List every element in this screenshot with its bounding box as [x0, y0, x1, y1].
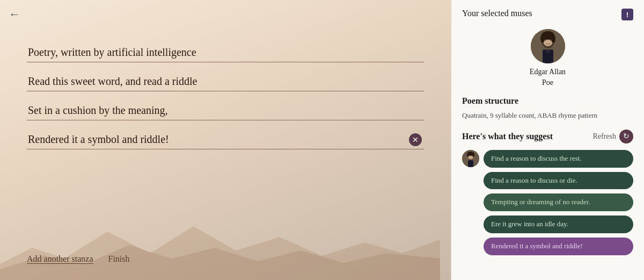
- svg-point-6: [544, 39, 546, 41]
- right-panel: Your selected muses ! Edgar: [451, 0, 644, 280]
- svg-point-5: [551, 34, 555, 43]
- poem-structure-title: Poem structure: [462, 96, 633, 106]
- poem-line-3[interactable]: [27, 101, 424, 120]
- refresh-button[interactable]: Refresh ↻: [592, 130, 633, 143]
- muse-avatar-image: [531, 29, 565, 63]
- suggestions-header: Here's what they suggest Refresh ↻: [462, 130, 633, 143]
- svg-point-12: [467, 153, 469, 157]
- poem-structure-description: Quatrain, 9 syllable count, ABAB rhyme p…: [462, 110, 633, 121]
- svg-point-13: [472, 153, 474, 157]
- svg-point-15: [471, 155, 472, 156]
- left-panel: ← ✕ Add another stanza Finish: [0, 0, 451, 280]
- suggestion-item[interactable]: Rendered it a symbol and riddle!: [484, 238, 633, 255]
- poem-line-wrapper-3: [27, 101, 424, 120]
- poem-line-4[interactable]: [27, 130, 424, 149]
- suggestion-item[interactable]: Find a reason to discuss the rest.: [484, 150, 633, 168]
- finish-button[interactable]: Finish: [108, 254, 130, 264]
- svg-point-14: [469, 155, 470, 156]
- poem-line-wrapper-2: [27, 72, 424, 91]
- svg-point-7: [550, 39, 551, 41]
- muse-avatar: [531, 29, 565, 63]
- right-header: Your selected muses !: [462, 9, 633, 20]
- poem-line-wrapper-1: [27, 43, 424, 62]
- right-panel-title: Your selected muses: [462, 9, 532, 18]
- muse-thumb: [462, 150, 479, 167]
- refresh-icon: ↻: [619, 130, 633, 143]
- suggestions-title: Here's what they suggest: [462, 132, 553, 141]
- poem-line-1[interactable]: [27, 43, 424, 62]
- suggestions-list: Find a reason to discuss the rest. Find …: [484, 150, 633, 255]
- poem-line-2[interactable]: [27, 72, 424, 91]
- muse-avatar-area: Edgar Allan Poe: [462, 29, 633, 88]
- muse-name: Edgar Allan Poe: [530, 67, 566, 88]
- poem-area: ✕: [27, 43, 424, 249]
- svg-point-4: [540, 34, 545, 43]
- suggestion-item[interactable]: Ere it grew into an idle day.: [484, 216, 633, 233]
- info-button[interactable]: !: [621, 9, 633, 20]
- back-button[interactable]: ←: [9, 9, 20, 20]
- suggestions-area: Find a reason to discuss the rest. Find …: [462, 150, 633, 255]
- poem-line-wrapper-4: ✕: [27, 130, 424, 149]
- add-stanza-button[interactable]: Add another stanza: [27, 254, 93, 264]
- actions-bar: Add another stanza Finish: [27, 254, 424, 264]
- refresh-label: Refresh: [592, 132, 616, 141]
- svg-rect-16: [468, 160, 473, 167]
- suggestion-item[interactable]: Find a reason to discuss or die.: [484, 172, 633, 190]
- clear-line-button[interactable]: ✕: [409, 133, 422, 146]
- suggestion-item[interactable]: Tempting or dreaming of no reader.: [484, 193, 633, 211]
